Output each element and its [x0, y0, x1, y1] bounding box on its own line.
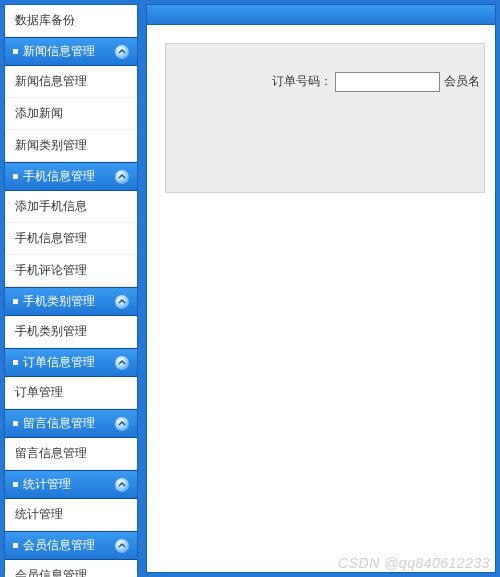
sidebar-item-member-manage[interactable]: 会员信息管理 — [5, 560, 137, 577]
main-header-bar — [147, 5, 495, 25]
bullet-icon — [13, 543, 18, 548]
sidebar-section-label: 手机类别管理 — [23, 293, 95, 310]
bullet-icon — [13, 49, 18, 54]
chevron-up-icon[interactable] — [115, 478, 129, 492]
bullet-icon — [13, 421, 18, 426]
bullet-icon — [13, 299, 18, 304]
chevron-up-icon[interactable] — [115, 45, 129, 59]
main-panel: 订单号码： 会员名 — [146, 4, 496, 573]
splitter[interactable] — [138, 4, 146, 573]
sidebar-section-message[interactable]: 留言信息管理 — [5, 409, 137, 438]
order-no-input[interactable] — [335, 72, 440, 92]
sidebar-section-label: 订单信息管理 — [23, 354, 95, 371]
sidebar-item-order-manage[interactable]: 订单管理 — [5, 377, 137, 409]
bullet-icon — [13, 360, 18, 365]
sidebar-item-news-manage[interactable]: 新闻信息管理 — [5, 66, 137, 98]
sidebar-section-order[interactable]: 订单信息管理 — [5, 348, 137, 377]
member-name-label: 会员名 — [444, 74, 480, 88]
order-no-label: 订单号码： — [272, 74, 332, 88]
sidebar-item-news-category[interactable]: 新闻类别管理 — [5, 130, 137, 162]
sidebar-section-member[interactable]: 会员信息管理 — [5, 531, 137, 560]
sidebar-section-phone-info[interactable]: 手机信息管理 — [5, 162, 137, 191]
sidebar-item-message-manage[interactable]: 留言信息管理 — [5, 438, 137, 470]
sidebar-item-phone-cat-manage[interactable]: 手机类别管理 — [5, 316, 137, 348]
sidebar-section-phone-category[interactable]: 手机类别管理 — [5, 287, 137, 316]
sidebar-section-label: 新闻信息管理 — [23, 43, 95, 60]
chevron-up-icon[interactable] — [115, 170, 129, 184]
sidebar-item-db-backup[interactable]: 数据库备份 — [5, 5, 137, 37]
bullet-icon — [13, 174, 18, 179]
sidebar-section-label: 留言信息管理 — [23, 415, 95, 432]
sidebar-section-label: 统计管理 — [23, 476, 71, 493]
sidebar-item-add-phone[interactable]: 添加手机信息 — [5, 191, 137, 223]
sidebar-item-stats-manage[interactable]: 统计管理 — [5, 499, 137, 531]
sidebar-section-label: 手机信息管理 — [23, 168, 95, 185]
sidebar-section-news[interactable]: 新闻信息管理 — [5, 37, 137, 66]
sidebar: 数据库备份 新闻信息管理 新闻信息管理 添加新闻 新闻类别管理 手机信息管理 添… — [4, 4, 138, 573]
chevron-up-icon[interactable] — [115, 356, 129, 370]
chevron-up-icon[interactable] — [115, 295, 129, 309]
search-form-panel: 订单号码： 会员名 — [165, 43, 485, 193]
chevron-up-icon[interactable] — [115, 539, 129, 553]
bullet-icon — [13, 482, 18, 487]
sidebar-item-phone-comment[interactable]: 手机评论管理 — [5, 255, 137, 287]
sidebar-item-phone-manage[interactable]: 手机信息管理 — [5, 223, 137, 255]
sidebar-item-add-news[interactable]: 添加新闻 — [5, 98, 137, 130]
sidebar-section-stats[interactable]: 统计管理 — [5, 470, 137, 499]
chevron-up-icon[interactable] — [115, 417, 129, 431]
sidebar-section-label: 会员信息管理 — [23, 537, 95, 554]
